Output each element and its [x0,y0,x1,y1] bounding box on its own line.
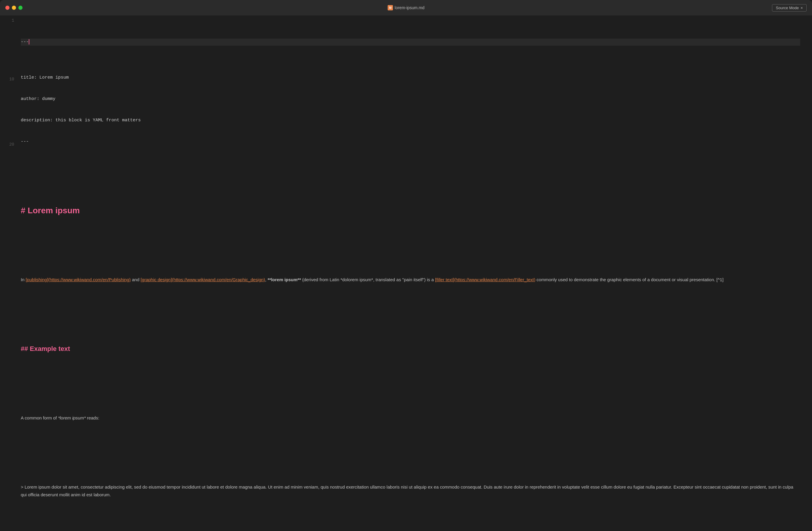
maximize-button[interactable] [18,6,23,10]
line-num-27 [0,187,14,193]
line-numbers: 1 10 20 [0,15,18,531]
title-bar: M lorem-ipsum.md Source Mode × [0,0,812,15]
line-num-12 [0,89,14,96]
line-num-21 [0,148,14,154]
yaml-close-line: --- [21,138,800,145]
line-num-13 [0,96,14,102]
file-name: lorem-ipsum.md [395,5,424,10]
line-num-19 [0,135,14,141]
yaml-description-line: description: this block is YAML front ma… [21,117,800,124]
heading-2-line: ## Example text [21,345,800,352]
paragraph-1: In [publishing](https://www.wikiwand.com… [21,276,800,283]
line-num-4 [0,37,14,43]
yaml-open-delimiter: --- [21,40,29,44]
link-graphic-design-url: (https://www.wikiwand.com/en/Graphic_des… [172,277,265,282]
source-mode-button[interactable]: Source Mode × [772,4,807,12]
yaml-author-key: author: dummy [21,96,55,101]
link-graphic-design: [graphic design] [141,277,172,282]
line-num-3 [0,30,14,37]
source-mode-label: Source Mode [776,6,799,10]
spacer-2 [21,243,800,248]
line-num-5 [0,43,14,50]
line-num-15 [0,109,14,115]
spacer-4 [21,381,800,386]
yaml-author-line: author: dummy [21,96,800,103]
line-num-22 [0,154,14,161]
italic-lorem-ipsum: *lorem ipsum* [58,415,86,420]
spacer-1 [21,174,800,179]
yaml-description-key: description: this block is YAML front ma… [21,118,141,123]
editor-container[interactable]: 1 10 20 --- title: Lorem ipsum author: [0,15,812,531]
spacer-3 [21,312,800,317]
heading-1-line: # Lorem ipsum [21,207,800,214]
paragraph-2: A common form of *lorem ipsum* reads: [21,414,800,422]
text-cursor [29,39,29,44]
editor-text-area[interactable]: --- title: Lorem ipsum author: dummy des… [18,15,812,531]
line-num-14 [0,102,14,109]
yaml-open-line: --- [21,39,800,46]
line-num-10: 10 [0,76,14,83]
line-num-17 [0,122,14,128]
line-num-9 [0,69,14,76]
line-num-26 [0,180,14,187]
line-num-7 [0,56,14,63]
yaml-title-key: title: Lorem ipsum [21,75,69,80]
window-title: M lorem-ipsum.md [388,5,424,10]
line-num-25 [0,174,14,180]
line-num-23 [0,161,14,167]
blockquote-line: > Lorem ipsum dolor sit amet, consectetu… [21,483,800,498]
line-num-20: 20 [0,141,14,148]
traffic-lights [5,6,23,10]
line-num-24 [0,167,14,174]
spacer-5 [21,450,800,455]
close-button[interactable] [5,6,10,10]
line-num-1: 1 [0,17,14,24]
spacer-6 [21,527,800,531]
line-num-16 [0,115,14,122]
md-file-icon: M [388,5,393,10]
line-num-6 [0,50,14,56]
source-mode-close-icon: × [800,6,803,10]
yaml-close-delimiter: --- [21,139,29,144]
minimize-button[interactable] [12,6,16,10]
bold-lorem-ipsum: **lorem ipsum** [267,277,301,282]
line-num-18 [0,128,14,135]
line-num-8 [0,63,14,69]
line-num-2 [0,24,14,30]
line-num-11 [0,83,14,89]
link-publishing: [publishing](https://www.wikiwand.com/en… [26,277,131,282]
link-filler-text: [filler text](https://www.wikiwand.com/e… [435,277,535,282]
yaml-title-line: title: Lorem ipsum [21,74,800,81]
